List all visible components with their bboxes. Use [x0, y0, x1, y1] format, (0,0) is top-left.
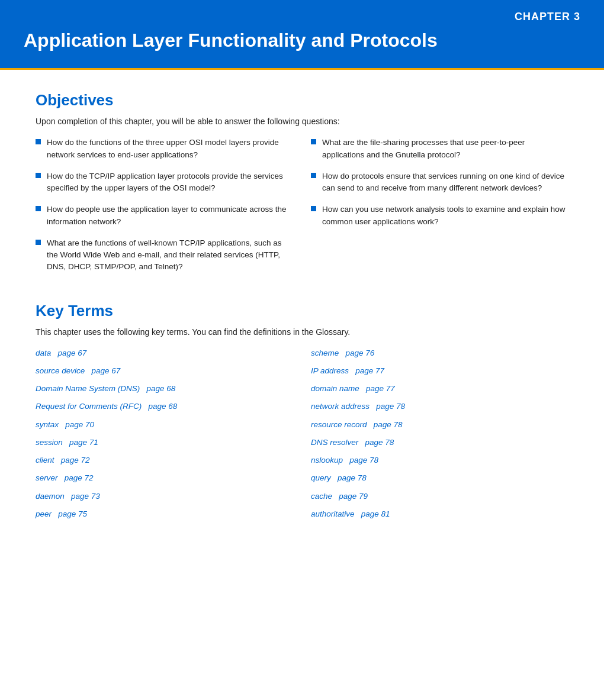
list-item: daemon page 73	[36, 491, 293, 502]
list-item: How do people use the application layer …	[36, 204, 293, 228]
chapter-label: CHAPTER 3	[24, 11, 580, 23]
list-item: network address page 78	[311, 401, 568, 412]
chapter-title: Application Layer Functionality and Prot…	[24, 29, 580, 51]
list-item: IP address page 77	[311, 365, 568, 377]
objectives-section: Objectives Upon completion of this chapt…	[36, 91, 568, 282]
terms-left-col: data page 67 source device page 67 Domai…	[36, 347, 293, 527]
terms-grid: data page 67 source device page 67 Domai…	[36, 347, 568, 527]
list-item: How do the TCP/IP application layer prot…	[36, 170, 293, 195]
list-item: Request for Comments (RFC) page 68	[36, 401, 293, 412]
bullet-icon	[36, 206, 41, 211]
list-item: resource record page 78	[311, 419, 568, 431]
list-item: peer page 75	[36, 508, 293, 520]
list-item: Domain Name System (DNS) page 68	[36, 383, 293, 395]
list-item: source device page 67	[36, 365, 293, 377]
bullet-icon	[36, 240, 41, 245]
list-item: query page 78	[311, 472, 568, 484]
list-item: How do protocols ensure that services ru…	[311, 170, 568, 195]
list-item: scheme page 76	[311, 347, 568, 359]
list-item: cache page 79	[311, 491, 568, 502]
header-banner: CHAPTER 3 Application Layer Functionalit…	[0, 0, 604, 68]
key-terms-title: Key Terms	[36, 302, 568, 320]
bullet-icon	[36, 173, 41, 178]
key-terms-intro: This chapter uses the following key term…	[36, 327, 568, 337]
objectives-title: Objectives	[36, 91, 568, 109]
bullet-icon	[311, 173, 316, 178]
list-item: What are the functions of well-known TCP…	[36, 237, 293, 273]
list-item: domain name page 77	[311, 383, 568, 395]
list-item: data page 67	[36, 347, 293, 359]
bullet-icon	[36, 139, 41, 144]
list-item: syntax page 70	[36, 419, 293, 431]
bullet-icon	[311, 206, 316, 211]
objectives-grid: How do the functions of the three upper …	[36, 137, 568, 282]
key-terms-section: Key Terms This chapter uses the followin…	[36, 302, 568, 527]
list-item: DNS resolver page 78	[311, 437, 568, 449]
list-item: How can you use network analysis tools t…	[311, 204, 568, 228]
list-item: nslookup page 78	[311, 454, 568, 466]
objectives-intro: Upon completion of this chapter, you wil…	[36, 117, 568, 126]
list-item: What are the file-sharing processes that…	[311, 137, 568, 161]
list-item: How do the functions of the three upper …	[36, 137, 293, 161]
list-item: server page 72	[36, 472, 293, 484]
list-item: authoritative page 81	[311, 508, 568, 520]
terms-right-col: scheme page 76 IP address page 77 domain…	[311, 347, 568, 527]
list-item: client page 72	[36, 454, 293, 466]
bullet-icon	[311, 139, 316, 144]
main-content: Objectives Upon completion of this chapt…	[0, 70, 604, 550]
list-item: session page 71	[36, 437, 293, 449]
objectives-left-col: How do the functions of the three upper …	[36, 137, 293, 282]
objectives-right-col: What are the file-sharing processes that…	[311, 137, 568, 282]
